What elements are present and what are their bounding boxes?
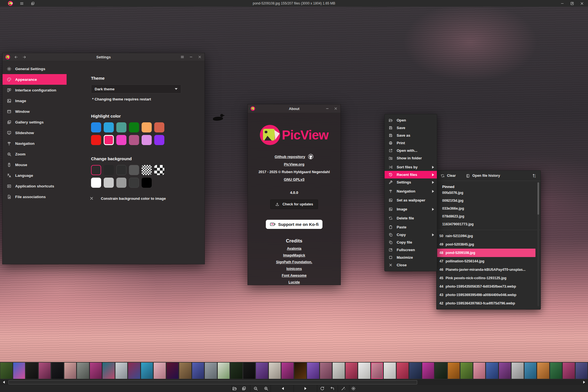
background-swatch[interactable] [129, 165, 139, 175]
submenu-scrollbar[interactable] [537, 182, 539, 306]
credit-link[interactable]: Avalonia [276, 247, 312, 251]
pinned-file-item[interactable]: 078d8623.jpg [437, 212, 541, 220]
sidebar-item-mouse[interactable]: Mouse [3, 159, 67, 170]
gallery-thumbnail[interactable] [218, 363, 230, 379]
gallery-thumbnail[interactable] [576, 363, 588, 379]
gallery-thumbnail[interactable] [64, 363, 76, 379]
recent-file-item[interactable]: 46Planets-javier-miranda-kBU5APay4T0-uns… [437, 265, 535, 274]
background-swatch[interactable] [142, 178, 152, 188]
gallery-thumbnail[interactable] [192, 363, 204, 379]
context-menu-item-save[interactable]: Save [385, 124, 437, 132]
context-menu-item-print[interactable]: Print [385, 139, 437, 147]
pinned-file-item[interactable]: 00fa5076.jpg [437, 189, 541, 197]
gallery-thumbnail[interactable] [320, 363, 332, 379]
open-file-history-button[interactable]: Open file history [466, 174, 500, 178]
sidebar-item-appearance[interactable]: Appearance [3, 74, 67, 85]
gallery-thumbnail[interactable] [230, 363, 242, 379]
highlight-color-swatch[interactable] [154, 135, 164, 145]
sort-numeric-icon[interactable]: 10 [532, 173, 537, 178]
gallery-thumbnail[interactable] [333, 363, 345, 379]
recent-file-item[interactable]: 44photo-1595435056357-6d0345fbee73.webp [437, 282, 535, 291]
gallery-thumbnail[interactable] [179, 363, 191, 379]
back-arrow-icon[interactable] [14, 55, 18, 59]
context-menu-item-open-with-[interactable]: Open with... [385, 147, 437, 154]
context-menu-item-copy[interactable]: Copy [385, 231, 437, 239]
context-menu-item-image[interactable]: Image [385, 205, 437, 213]
picview-logo-icon[interactable] [8, 1, 13, 6]
context-menu-item-open[interactable]: Open [385, 116, 437, 124]
gallery-thumbnail[interactable] [473, 363, 485, 379]
context-menu-item-maximize[interactable]: Maximize [385, 254, 437, 261]
sidebar-item-image[interactable]: Image [3, 95, 67, 106]
gallery-thumbnail[interactable] [154, 363, 166, 379]
next-icon[interactable] [302, 386, 309, 391]
gallery-thumbnail[interactable] [256, 363, 268, 379]
forward-arrow-icon[interactable] [22, 55, 26, 59]
gallery-thumbnail[interactable] [550, 363, 562, 379]
constrain-background-checkbox[interactable]: Constrain background color to image [89, 196, 205, 201]
github-icon[interactable] [308, 153, 314, 160]
sidebar-item-slideshow[interactable]: Slideshow [3, 127, 67, 138]
gallery-thumbnail[interactable] [358, 363, 370, 379]
highlight-color-swatch[interactable] [142, 135, 152, 145]
gallery-thumbnail[interactable] [39, 363, 51, 379]
gallery-thumbnail[interactable] [294, 363, 307, 379]
context-menu-item-paste[interactable]: Paste [385, 223, 437, 231]
gallery-thumbnail[interactable] [486, 363, 498, 379]
settings-titlebar[interactable]: Settings [3, 53, 205, 61]
gallery-thumbnail[interactable] [460, 363, 473, 379]
picview-org-link[interactable]: PicView.org [284, 162, 305, 166]
gallery-thumbnail[interactable] [0, 363, 12, 379]
scrollbar-thumb[interactable] [537, 182, 539, 215]
gallery-scroll-right-button[interactable] [582, 380, 586, 384]
gallery-thumbnail[interactable] [422, 363, 434, 379]
credit-link[interactable]: ImageMagick [276, 253, 312, 257]
theme-dropdown[interactable]: Dark theme [91, 84, 181, 93]
gallery-thumbnail[interactable] [537, 363, 549, 379]
recent-file-item[interactable]: 47pollination-5256144.jpg [437, 257, 535, 265]
gallery-thumbnail[interactable] [512, 363, 524, 379]
gallery-thumbnail[interactable] [90, 363, 102, 379]
gallery-thumbnail[interactable] [409, 363, 421, 379]
background-swatch[interactable] [129, 178, 139, 188]
github-repository-link[interactable]: Github repository [274, 155, 305, 159]
gallery-thumbnail[interactable] [346, 363, 358, 379]
context-menu-item-settings[interactable]: Settings [385, 178, 437, 186]
sidebar-item-zoom[interactable]: Zoom [3, 149, 67, 159]
highlight-color-swatch[interactable] [129, 122, 139, 132]
recent-file-item[interactable]: 43photo-1595369395498-a0084400e046.webp [437, 291, 535, 299]
highlight-color-swatch[interactable] [116, 122, 126, 132]
context-menu-item-show-in-folder[interactable]: Show in folder [385, 154, 437, 162]
background-swatch[interactable] [104, 165, 114, 175]
gallery-thumbnail[interactable] [525, 363, 537, 379]
context-menu-item-navigation[interactable]: Navigation [385, 187, 437, 195]
check-updates-button[interactable]: Check for updates [270, 200, 318, 209]
gallery-thumbnail[interactable] [448, 363, 460, 379]
recent-file-item[interactable]: 49pool-5203845.jpg [437, 240, 535, 249]
background-swatch[interactable] [91, 178, 101, 188]
context-menu-item-sort-files-by[interactable]: Sort files by [385, 163, 437, 171]
gallery-thumbnail[interactable] [269, 363, 281, 379]
recent-file-item[interactable]: 50rain-5211094.jpg [437, 232, 535, 240]
sidebar-item-interface-configuration[interactable]: Interface configuration [3, 85, 67, 95]
gallery-thumbnail[interactable] [397, 363, 409, 379]
sidebar-item-application-shortcuts[interactable]: Application shortcuts [3, 181, 67, 191]
background-swatch[interactable] [91, 165, 101, 175]
gallery-icon[interactable] [240, 386, 247, 391]
gallery-thumbnail[interactable] [205, 363, 217, 379]
highlight-color-swatch[interactable] [142, 122, 152, 132]
gallery-thumbnail[interactable] [243, 363, 255, 379]
gallery-thumbnail[interactable] [128, 363, 140, 379]
highlight-color-swatch[interactable] [91, 122, 101, 132]
wand-icon[interactable] [340, 386, 347, 391]
pinned-file-item[interactable]: 00921f3d.jpg [437, 197, 541, 205]
gallery-thumbnail[interactable] [384, 363, 396, 379]
flip-icon[interactable] [329, 386, 336, 391]
gallery-scroll-left-button[interactable] [2, 380, 6, 384]
gallery-thumbnail[interactable] [307, 363, 319, 379]
credit-link[interactable]: Font Awesome [276, 274, 312, 278]
context-menu-item-delete-file[interactable]: Delete file [385, 214, 437, 222]
minimize-button[interactable] [560, 1, 564, 6]
highlight-color-swatch[interactable] [91, 135, 101, 145]
gallery-thumbnail[interactable] [281, 363, 294, 379]
